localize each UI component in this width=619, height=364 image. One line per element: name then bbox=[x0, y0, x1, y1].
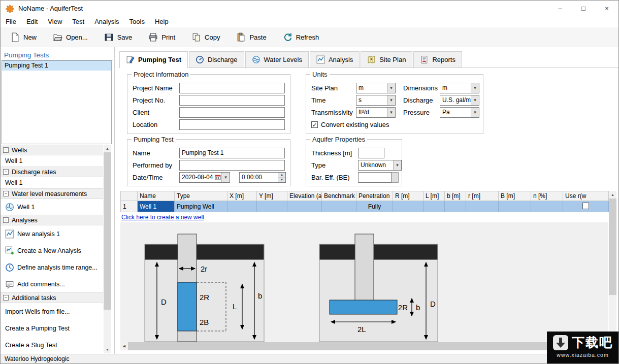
close-button[interactable]: × bbox=[595, 1, 618, 16]
sidebar-item-define-time-range[interactable]: Define analysis time range... bbox=[1, 259, 103, 276]
tab-analysis[interactable]: Analysis bbox=[310, 51, 360, 68]
menu-edit[interactable]: Edit bbox=[21, 16, 43, 27]
column-header-L[interactable]: L [m] bbox=[423, 191, 445, 201]
table-vertical-scrollbar[interactable]: ▲ ▼ bbox=[609, 191, 616, 342]
column-header-n[interactable]: n [%] bbox=[531, 191, 563, 201]
create-well-link[interactable]: Click here to create a new well bbox=[121, 214, 204, 221]
collapse-icon[interactable]: − bbox=[3, 191, 9, 196]
cell-penetration[interactable]: Fully bbox=[356, 201, 393, 212]
sidebar-item-add-comments[interactable]: Add comments... bbox=[1, 276, 103, 292]
cell-use-rw[interactable] bbox=[563, 201, 609, 212]
project-no-input[interactable] bbox=[179, 95, 285, 106]
tab-reports[interactable]: Reports bbox=[413, 51, 462, 68]
bar-eff-input[interactable] bbox=[358, 172, 392, 183]
pumping-tests-list[interactable]: Pumping Test 1 bbox=[2, 60, 112, 144]
menu-help[interactable]: Help bbox=[150, 16, 174, 27]
open-button[interactable]: Open... bbox=[48, 29, 92, 45]
sidebar-item-create-new-analysis[interactable]: Create a New Analysis bbox=[1, 242, 103, 259]
column-header-x[interactable]: X [m] bbox=[227, 191, 257, 201]
column-header-R[interactable]: R [m] bbox=[393, 191, 423, 201]
collapse-icon[interactable]: − bbox=[3, 147, 9, 153]
menu-tools[interactable]: Tools bbox=[124, 16, 150, 27]
paste-button[interactable]: Paste bbox=[232, 29, 271, 45]
chevron-down-icon[interactable]: ▾ bbox=[387, 95, 395, 105]
chevron-down-icon[interactable]: ▾ bbox=[471, 108, 479, 117]
scroll-up-icon[interactable]: ▲ bbox=[609, 191, 616, 198]
sidebar-item-well-1[interactable]: Well 1 bbox=[1, 155, 103, 167]
spin-down-icon[interactable]: ▼ bbox=[278, 178, 285, 182]
use-rw-checkbox[interactable] bbox=[582, 203, 589, 209]
spin-up-icon[interactable]: ▲ bbox=[278, 173, 285, 178]
sidebar-item-create-slug-test[interactable]: Create a Slug Test bbox=[1, 337, 103, 353]
column-header-use-rw[interactable]: Use r(w bbox=[563, 191, 609, 201]
scrollbar-thumb[interactable] bbox=[128, 342, 557, 350]
column-header-r[interactable]: r [m] bbox=[466, 191, 499, 201]
section-wells[interactable]: − Wells bbox=[1, 145, 103, 155]
column-header-elevation[interactable]: Elevation (a bbox=[287, 191, 322, 201]
sidebar-item-new-analysis-1[interactable]: New analysis 1 bbox=[1, 225, 103, 242]
scrollbar-thumb[interactable] bbox=[104, 152, 111, 310]
copy-button[interactable]: Copy bbox=[187, 29, 224, 45]
column-header-B[interactable]: B [m] bbox=[499, 191, 531, 201]
cell-n[interactable] bbox=[531, 201, 563, 212]
section-water-level-measurements[interactable]: − Water level measurements bbox=[1, 188, 103, 199]
performed-by-input[interactable] bbox=[179, 160, 285, 171]
time-unit-select[interactable]: s ▾ bbox=[356, 95, 396, 106]
scroll-down-icon[interactable]: ▼ bbox=[104, 346, 111, 353]
pressure-unit-select[interactable]: Pa ▾ bbox=[440, 107, 479, 118]
scrollbar-thumb[interactable] bbox=[609, 198, 616, 295]
date-input[interactable]: 2020-08-04 ▾ bbox=[179, 172, 230, 183]
sidebar-item-import-wells[interactable]: Import Wells from file... bbox=[1, 303, 103, 320]
cell-name[interactable]: Well 1 bbox=[138, 201, 175, 212]
save-button[interactable]: Save bbox=[100, 29, 137, 45]
maximize-button[interactable]: □ bbox=[572, 1, 595, 16]
bar-eff-button[interactable] bbox=[392, 172, 399, 183]
scroll-up-icon[interactable]: ▲ bbox=[104, 145, 111, 152]
collapse-icon[interactable]: − bbox=[3, 217, 9, 223]
column-header-penetration[interactable]: Penetration bbox=[356, 191, 393, 201]
table-row-well-1[interactable]: 1 Well 1 Pumping Well Fully bbox=[121, 201, 609, 212]
project-name-input[interactable] bbox=[179, 83, 285, 93]
chevron-down-icon[interactable]: ▾ bbox=[221, 173, 230, 182]
menu-test[interactable]: Test bbox=[67, 16, 89, 27]
scroll-left-icon[interactable]: ◀ bbox=[120, 342, 128, 350]
section-discharge-rates[interactable]: − Discharge rates bbox=[1, 167, 103, 177]
column-header-b[interactable]: b [m] bbox=[445, 191, 466, 201]
column-header-benchmark[interactable]: Benchmark [ bbox=[322, 191, 356, 201]
column-header-name[interactable]: Name bbox=[138, 191, 175, 201]
convert-existing-values-checkbox[interactable]: ✓ Convert existing values bbox=[311, 121, 389, 128]
collapse-icon[interactable]: − bbox=[3, 295, 9, 301]
column-header-y[interactable]: Y [m] bbox=[257, 191, 287, 201]
cell-elevation[interactable] bbox=[287, 201, 322, 212]
aquifer-type-select[interactable]: Unknown ▾ bbox=[358, 160, 402, 171]
menu-analysis[interactable]: Analysis bbox=[89, 16, 124, 27]
time-input[interactable]: 0:00:00 ▲ ▼ bbox=[239, 172, 286, 183]
test-name-input[interactable] bbox=[179, 148, 285, 158]
column-header-type[interactable]: Type bbox=[175, 191, 227, 201]
menu-file[interactable]: File bbox=[1, 16, 21, 27]
minimize-button[interactable]: – bbox=[548, 1, 572, 16]
sidebar-item-discharge-well-1[interactable]: Well 1 bbox=[1, 177, 103, 188]
cell-B[interactable] bbox=[499, 201, 531, 212]
transmissivity-unit-select[interactable]: ft²/d ▾ bbox=[356, 107, 396, 118]
cell-y[interactable] bbox=[257, 201, 287, 212]
sidebar-item-waterlevel-well-1[interactable]: Well 1 bbox=[1, 199, 103, 215]
client-input[interactable] bbox=[179, 107, 285, 118]
chevron-down-icon[interactable]: ▾ bbox=[387, 108, 395, 117]
thickness-input[interactable] bbox=[358, 148, 384, 158]
tab-pumping-test[interactable]: Pumping Test bbox=[119, 51, 188, 68]
sidebar-scrollbar[interactable]: ▲ ▼ bbox=[104, 145, 111, 353]
cell-benchmark[interactable] bbox=[322, 201, 356, 212]
sidebar-item-create-pumping-test[interactable]: Create a Pumping Test bbox=[1, 320, 103, 337]
refresh-button[interactable]: Refresh bbox=[278, 29, 324, 45]
dimensions-unit-select[interactable]: m ▾ bbox=[440, 83, 479, 93]
tab-water-levels[interactable]: Water Levels bbox=[245, 51, 309, 68]
section-additional-tasks[interactable]: − Additional tasks bbox=[1, 292, 103, 303]
cell-x[interactable] bbox=[227, 201, 257, 212]
cell-type[interactable]: Pumping Well bbox=[175, 201, 227, 212]
site-plan-unit-select[interactable]: m ▾ bbox=[356, 83, 396, 93]
chevron-down-icon[interactable]: ▾ bbox=[393, 160, 401, 170]
cell-b[interactable] bbox=[445, 201, 466, 212]
print-button[interactable]: Print bbox=[144, 29, 180, 45]
collapse-icon[interactable]: − bbox=[3, 169, 9, 175]
